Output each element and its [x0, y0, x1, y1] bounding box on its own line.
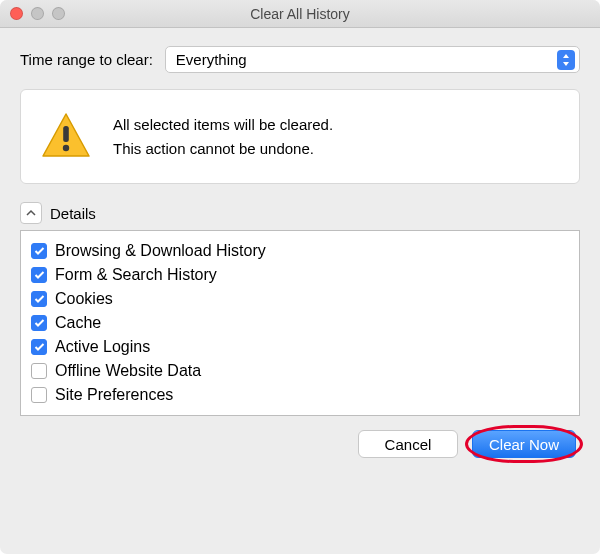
time-range-label: Time range to clear: [20, 51, 153, 68]
clear-now-button[interactable]: Clear Now [472, 430, 576, 458]
checkmark-icon [34, 342, 45, 352]
list-item-label: Site Preferences [55, 386, 173, 404]
zoom-window-button[interactable] [52, 7, 65, 20]
list-item-label: Active Logins [55, 338, 150, 356]
svg-rect-0 [63, 126, 69, 142]
cancel-button-label: Cancel [385, 436, 432, 453]
warning-line2: This action cannot be undone. [113, 137, 333, 161]
details-list: Browsing & Download HistoryForm & Search… [20, 230, 580, 416]
time-range-value: Everything [176, 51, 557, 68]
checkmark-icon [34, 270, 45, 280]
checkmark-icon [34, 246, 45, 256]
chevron-up-icon [26, 209, 36, 217]
checkbox[interactable] [31, 267, 47, 283]
warning-text: All selected items will be cleared. This… [113, 113, 333, 161]
list-item-label: Offline Website Data [55, 362, 201, 380]
time-range-row: Time range to clear: Everything [20, 46, 580, 73]
cancel-button[interactable]: Cancel [358, 430, 458, 458]
list-item-label: Browsing & Download History [55, 242, 266, 260]
disclosure-toggle[interactable] [20, 202, 42, 224]
minimize-window-button[interactable] [31, 7, 44, 20]
warning-icon [41, 112, 91, 161]
checkbox[interactable] [31, 315, 47, 331]
list-item[interactable]: Cache [31, 311, 569, 335]
list-item[interactable]: Active Logins [31, 335, 569, 359]
checkbox[interactable] [31, 387, 47, 403]
details-header[interactable]: Details [20, 198, 580, 230]
list-item[interactable]: Cookies [31, 287, 569, 311]
svg-point-1 [63, 145, 69, 151]
warning-line1: All selected items will be cleared. [113, 113, 333, 137]
list-item[interactable]: Form & Search History [31, 263, 569, 287]
checkbox[interactable] [31, 291, 47, 307]
warning-panel: All selected items will be cleared. This… [20, 89, 580, 184]
titlebar: Clear All History [0, 0, 600, 28]
clear-now-button-label: Clear Now [489, 436, 559, 453]
details-label: Details [50, 205, 96, 222]
window-title: Clear All History [250, 6, 350, 22]
select-arrows-icon [557, 50, 575, 70]
checkbox[interactable] [31, 243, 47, 259]
checkbox[interactable] [31, 363, 47, 379]
dialog-window: Clear All History Time range to clear: E… [0, 0, 600, 554]
button-row: Cancel Clear Now [20, 416, 580, 458]
traffic-lights [10, 7, 65, 20]
checkmark-icon [34, 294, 45, 304]
list-item-label: Form & Search History [55, 266, 217, 284]
time-range-select[interactable]: Everything [165, 46, 580, 73]
checkbox[interactable] [31, 339, 47, 355]
checkmark-icon [34, 318, 45, 328]
list-item[interactable]: Site Preferences [31, 383, 569, 407]
list-item-label: Cookies [55, 290, 113, 308]
list-item[interactable]: Offline Website Data [31, 359, 569, 383]
list-item-label: Cache [55, 314, 101, 332]
close-window-button[interactable] [10, 7, 23, 20]
dialog-content: Time range to clear: Everything All sele… [0, 28, 600, 554]
list-item[interactable]: Browsing & Download History [31, 239, 569, 263]
